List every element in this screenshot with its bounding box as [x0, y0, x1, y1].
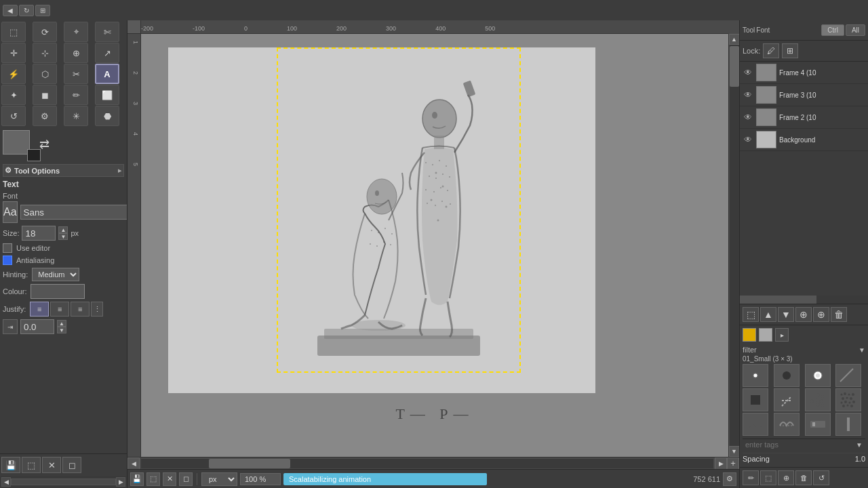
brush-cell-9[interactable] — [743, 413, 768, 436]
tool-fill[interactable]: ⬣ — [95, 106, 119, 126]
status-preview-btn[interactable]: ◻ — [179, 472, 193, 486]
brush-refresh-btn[interactable]: ↺ — [813, 470, 829, 485]
unit-select[interactable]: px mm in — [201, 472, 237, 486]
brush-cell-7[interactable] — [805, 388, 831, 411]
status-close-btn[interactable]: ✕ — [163, 472, 176, 486]
save-btn[interactable]: 💾 — [1, 457, 20, 473]
hscroll-right-btn[interactable]: ▶ — [715, 458, 727, 470]
canvas-text[interactable]: T— P— — [141, 405, 728, 423]
brush-cell-5[interactable] — [743, 388, 768, 411]
justify-left-btn[interactable]: ≡ — [30, 302, 49, 317]
swap-colors-icon[interactable]: ⇄ — [39, 137, 50, 152]
background-color[interactable] — [27, 149, 41, 161]
tool-eraser[interactable]: ⬜ — [95, 85, 119, 105]
brush-new-btn[interactable]: ⊕ — [778, 470, 794, 485]
justify-right-btn[interactable]: ≡ — [71, 302, 90, 317]
status-export-btn[interactable]: ⬚ — [146, 472, 160, 486]
brush-delete-btn[interactable]: 🗑 — [795, 470, 812, 485]
layers-hscroll-thumb[interactable] — [740, 296, 816, 304]
tool-rotate[interactable]: ↺ — [1, 106, 26, 126]
layer-frame3[interactable]: 👁 Frame 3 (10 — [740, 84, 868, 106]
layer-raise-btn[interactable]: ▲ — [760, 307, 776, 322]
filter-row[interactable]: filter ▼ — [743, 344, 865, 355]
tool-color-pick[interactable]: ✳ — [64, 106, 88, 126]
indent-up-btn[interactable]: ▲ — [57, 320, 66, 327]
ctrl-btn[interactable]: Ctrl — [821, 24, 844, 36]
layer-lower-btn[interactable]: ▼ — [778, 307, 794, 322]
tool-text[interactable]: A — [95, 64, 119, 84]
lock-pen-btn[interactable]: 🖊 — [763, 43, 779, 58]
tool-zoom[interactable]: ⊕ — [64, 43, 88, 63]
layer-background[interactable]: 👁 Background — [740, 129, 868, 151]
layer-eye-background[interactable]: 👁 — [743, 134, 753, 145]
export-btn[interactable]: ⬚ — [22, 457, 41, 473]
tool-heal[interactable]: ✦ — [1, 85, 26, 105]
layer-eye-frame3[interactable]: 👁 — [743, 89, 753, 100]
brush-cell-4[interactable] — [835, 364, 861, 387]
size-down-btn[interactable]: ▼ — [58, 233, 68, 240]
tool-select-color[interactable]: ⬡ — [33, 64, 57, 84]
grid-button[interactable]: ⊞ — [35, 5, 50, 16]
size-up-btn[interactable]: ▲ — [58, 226, 68, 233]
tool-marquee[interactable]: ⬚ — [1, 22, 26, 42]
zoom-fit-btn[interactable]: + — [727, 458, 739, 470]
hscroll-left-btn[interactable]: ◀ — [127, 458, 140, 470]
tool-pencil[interactable]: ✏ — [64, 85, 88, 105]
brush-color-gold[interactable] — [743, 328, 756, 342]
justify-more-btn[interactable]: ⋮ — [91, 302, 103, 317]
left-scroll-left[interactable]: ◀ — [1, 477, 11, 487]
tool-clone[interactable]: ◼ — [33, 85, 57, 105]
tool-crop[interactable]: ✄ — [95, 22, 119, 42]
left-scroll-right[interactable]: ▶ — [116, 477, 125, 487]
vscroll-up-btn[interactable]: ▲ — [729, 34, 740, 45]
tool-wand[interactable]: ⚡ — [1, 64, 26, 84]
hinting-select[interactable]: Medium None Slight Full — [32, 268, 79, 281]
brush-cell-1[interactable] — [743, 364, 768, 387]
status-settings-btn[interactable]: ⚙ — [723, 472, 736, 486]
tool-options-collapse[interactable]: ▸ — [118, 166, 122, 175]
status-save-btn[interactable]: 💾 — [130, 472, 144, 486]
layer-frame2[interactable]: 👁 Frame 2 (10 — [740, 106, 868, 129]
tags-input[interactable] — [745, 441, 856, 449]
justify-center-btn[interactable]: ≡ — [50, 302, 69, 317]
brush-cell-10[interactable] — [774, 413, 800, 436]
brush-color-gray[interactable] — [759, 328, 772, 342]
tool-move[interactable]: ✛ — [1, 43, 26, 63]
vscroll-down-btn[interactable]: ▼ — [729, 446, 740, 457]
vscroll-track[interactable] — [730, 45, 739, 446]
tool-align[interactable]: ⊹ — [33, 43, 57, 63]
tool-measure[interactable]: ↗ — [95, 43, 119, 63]
preview-btn[interactable]: ◻ — [62, 457, 81, 473]
filter-dropdown-icon[interactable]: ▼ — [859, 346, 865, 354]
layers-hscroll[interactable] — [740, 296, 868, 304]
new-layer-btn[interactable]: ⬚ — [743, 307, 759, 322]
foreground-color[interactable] — [3, 130, 30, 155]
layer-frame4[interactable]: 👁 Frame 4 (10 — [740, 62, 868, 84]
back-button[interactable]: ◀ — [3, 5, 18, 16]
delete-layer-btn[interactable]: 🗑 — [831, 307, 847, 322]
canvas-vscroll[interactable]: ▲ ▼ — [728, 34, 739, 457]
lock-grid-btn[interactable]: ⊞ — [782, 43, 798, 58]
indent-down-btn[interactable]: ▼ — [57, 327, 66, 333]
hscroll-track[interactable] — [141, 459, 713, 468]
antialiasing-checkbox[interactable] — [3, 256, 12, 265]
brush-cell-2[interactable] — [774, 364, 800, 387]
all-btn[interactable]: All — [846, 24, 865, 36]
tool-lasso[interactable]: ⟳ — [33, 22, 57, 42]
hscroll-thumb[interactable] — [209, 459, 290, 468]
font-name-input[interactable] — [20, 205, 127, 220]
refresh-button[interactable]: ↻ — [19, 5, 34, 16]
close-btn[interactable]: ✕ — [42, 457, 61, 473]
canvas-viewport[interactable]: T— P— — [141, 34, 728, 457]
tool-path[interactable]: ⚙ — [33, 106, 57, 126]
brush-edit-btn[interactable]: ✏ — [743, 470, 759, 485]
brush-copy-btn[interactable]: ⬚ — [760, 470, 776, 485]
brush-cell-3[interactable] — [805, 364, 831, 387]
brush-cell-8[interactable] — [835, 388, 861, 411]
vscroll-thumb[interactable] — [730, 46, 739, 87]
left-scroll-track[interactable] — [11, 479, 116, 485]
tags-dropdown-icon[interactable]: ▼ — [856, 441, 863, 449]
layer-copy-btn[interactable]: ⊕ — [795, 307, 812, 322]
tool-scissors[interactable]: ✂ — [64, 64, 88, 84]
brush-settings-btn[interactable]: ▸ — [775, 328, 789, 342]
